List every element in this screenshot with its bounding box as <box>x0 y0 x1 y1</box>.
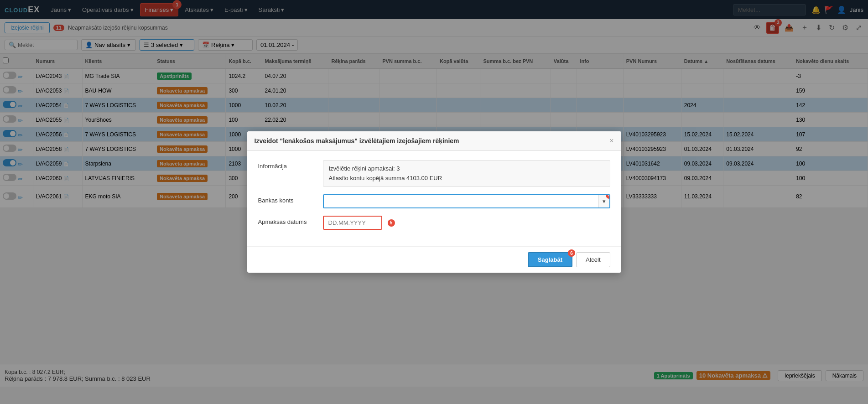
modal-info-line2: Atlasīto kontu kopējā summa 4103.00 EUR <box>329 174 604 183</box>
cancel-button[interactable]: Atcelt <box>576 252 610 267</box>
modal-footer: Saglabāt 6 Atcelt <box>247 246 621 273</box>
modal-info-line1: Izvēlētie rēķini apmaksai: 3 <box>329 164 604 174</box>
modal-date-row: Apmaksas datums 5 <box>258 216 610 230</box>
save-btn-label: Saglabāt <box>538 256 562 263</box>
modal-info-box: Izvēlētie rēķini apmaksai: 3 Atlasīto ko… <box>323 160 610 187</box>
modal-header: Izveidot "lenākošos maksājumus" izvēlēta… <box>247 131 621 151</box>
modal-info-label: Informācija <box>258 160 317 170</box>
modal-bank-wrap: ▾ 4 <box>323 194 610 208</box>
bank-input-wrap: ▾ 4 <box>323 194 610 208</box>
bank-account-input[interactable] <box>324 195 598 207</box>
modal-date-label: Apmaksas datums <box>258 216 317 225</box>
modal-close-button[interactable]: × <box>609 137 613 145</box>
save-button[interactable]: Saglabāt 6 <box>528 252 572 267</box>
modal-bank-row: Bankas konts ▾ 4 <box>258 194 610 208</box>
payment-modal: Izveidot "lenākošos maksājumus" izvēlēta… <box>247 131 621 273</box>
modal-bank-label: Bankas konts <box>258 194 317 204</box>
modal-overlay[interactable]: Izveidot "lenākošos maksājumus" izvēlēta… <box>0 0 868 387</box>
annotation-6: 6 <box>568 249 575 257</box>
modal-info-row: Informācija Izvēlētie rēķini apmaksai: 3… <box>258 160 610 187</box>
payment-date-input[interactable] <box>323 216 382 230</box>
modal-title: Izveidot "lenākošos maksājumus" izvēlēta… <box>255 137 459 145</box>
modal-date-wrap: 5 <box>323 216 610 230</box>
annotation-5: 5 <box>388 219 395 227</box>
modal-body: Informācija Izvēlētie rēķini apmaksai: 3… <box>247 151 621 247</box>
date-input-wrap: 5 <box>323 216 610 230</box>
modal-info-wrap: Izvēlētie rēķini apmaksai: 3 Atlasīto ko… <box>323 160 610 187</box>
